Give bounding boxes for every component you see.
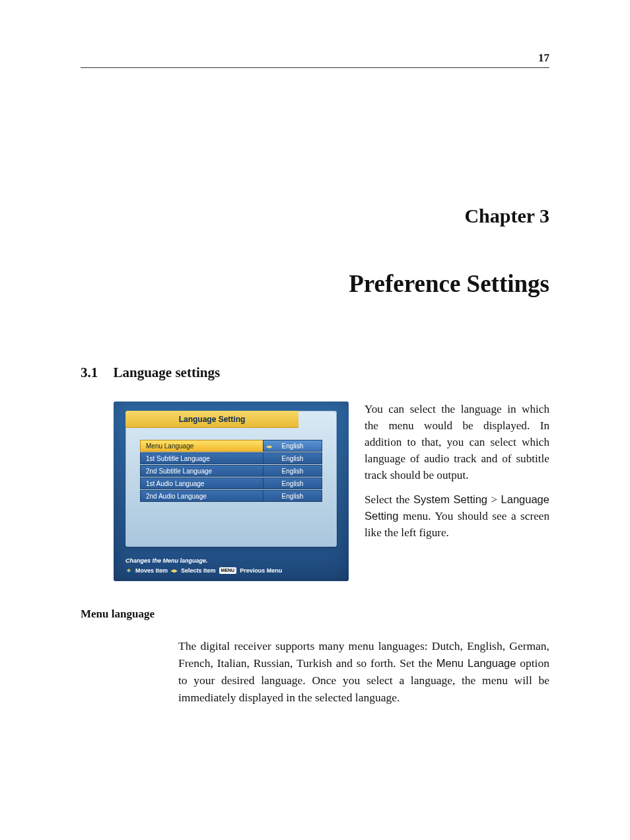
chapter-title: Preference Settings (349, 269, 549, 298)
chapter-label: Chapter 3 (464, 205, 549, 227)
up-down-icon (125, 567, 132, 574)
hint-selects: Selects Item (181, 567, 216, 575)
row-value-text: English (282, 468, 304, 475)
row-value[interactable]: English (263, 477, 322, 489)
row-value[interactable]: English (263, 490, 322, 502)
list-item[interactable]: 2nd Audio Language English (140, 490, 322, 502)
page-number: 17 (538, 52, 549, 65)
tv-panel-title: Language Setting (125, 411, 298, 428)
row-label: 2nd Audio Language (140, 490, 263, 502)
list-item[interactable]: 2nd Subtitle Language English (140, 465, 322, 477)
section-heading: 3.1 Language settings (81, 365, 220, 381)
row-label: 1st Audio Language (140, 477, 263, 489)
row-value-text: English (282, 493, 304, 500)
text-run: > (487, 493, 501, 506)
hint-prev: Previous Menu (240, 567, 282, 575)
row-value-text: English (282, 442, 304, 450)
tv-panel: Language Setting Menu Language ◂▸ Englis… (125, 411, 337, 547)
list-item[interactable]: Menu Language ◂▸ English (140, 440, 322, 452)
header-rule (81, 67, 549, 68)
hint-description: Changes the Menu language. (125, 557, 337, 565)
row-value[interactable]: ◂▸ English (263, 440, 322, 452)
page: 17 Chapter 3 Preference Settings 3.1 Lan… (0, 0, 630, 840)
hint-controls: Moves Item ◂▸ Selects Item MENU Previous… (125, 567, 337, 575)
paragraph: You can select the language in which the… (365, 402, 549, 484)
intro-paragraphs: You can select the language in which the… (365, 402, 549, 549)
ui-term: Menu Language (437, 657, 516, 669)
row-label: 1st Subtitle Language (140, 452, 263, 464)
body-paragraph: The digital receiver supports many menu … (178, 638, 549, 707)
left-right-icon: ◂▸ (171, 567, 178, 575)
row-label: Menu Language (140, 440, 263, 452)
list-item[interactable]: 1st Subtitle Language English (140, 452, 322, 464)
subheading: Menu language (81, 608, 155, 621)
list-item[interactable]: 1st Audio Language English (140, 477, 322, 489)
text-run: Select the (365, 493, 413, 506)
ui-term: System Setting (413, 493, 487, 505)
row-label: 2nd Subtitle Language (140, 465, 263, 477)
row-value[interactable]: English (263, 465, 322, 477)
row-value-text: English (282, 455, 304, 462)
row-value-text: English (282, 480, 304, 487)
section-number: 3.1 (81, 365, 98, 380)
tv-screenshot: Language Setting Menu Language ◂▸ Englis… (114, 402, 349, 581)
tv-hint-bar: Changes the Menu language. Moves Item ◂▸… (125, 557, 337, 575)
paragraph: Select the System Setting > Lan­guage Se… (365, 492, 549, 542)
menu-badge: MENU (219, 567, 237, 574)
tv-list: Menu Language ◂▸ English 1st Subtitle La… (140, 440, 322, 503)
figure: Language Setting Menu Language ◂▸ Englis… (114, 402, 349, 581)
left-right-icon: ◂▸ (266, 440, 273, 452)
section-title: Language settings (114, 365, 221, 380)
row-value[interactable]: English (263, 452, 322, 464)
two-column-block: Language Setting Menu Language ◂▸ Englis… (114, 402, 549, 581)
hint-moves: Moves Item (135, 567, 168, 575)
